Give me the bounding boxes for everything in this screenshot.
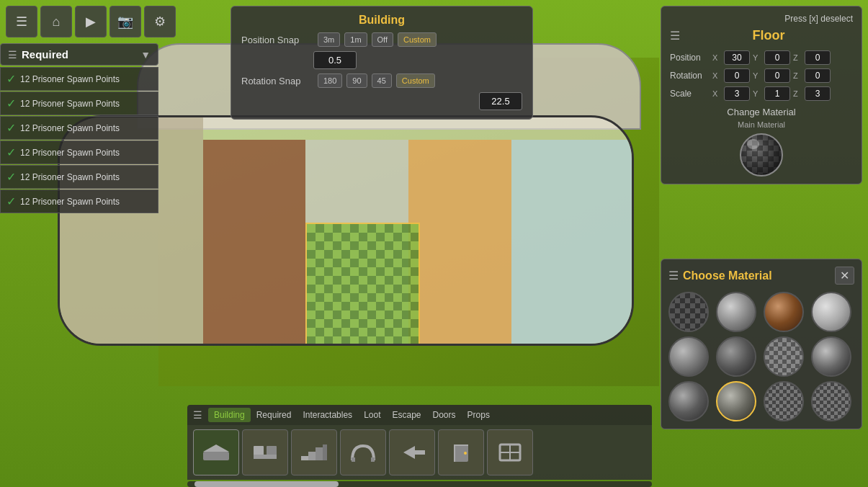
position-y-axis: Y xyxy=(753,53,761,62)
position-row: Position X 30 Y 0 Z 0 xyxy=(670,50,853,65)
svg-marker-11 xyxy=(403,446,425,459)
bottom-menu-icon[interactable]: ☰ xyxy=(193,409,202,421)
position-snap-row: Position Snap 3m 1m Off Custom xyxy=(241,32,522,47)
bottom-items xyxy=(187,425,652,480)
list-item[interactable]: ✓ 12 Prisoner Spawn Points xyxy=(0,140,158,164)
scroll-bar[interactable] xyxy=(187,481,652,487)
bottom-item-door[interactable] xyxy=(438,429,484,475)
material-item[interactable] xyxy=(764,292,804,332)
position-x-value[interactable]: 30 xyxy=(724,50,750,65)
position-prop-label: Position xyxy=(670,53,710,63)
scroll-thumb[interactable] xyxy=(194,481,339,487)
material-item[interactable] xyxy=(764,336,804,377)
top-toolbar: ☰ ⌂ ▶ 📷 ⚙ xyxy=(6,6,176,37)
tab-escape[interactable]: Escape xyxy=(386,408,426,422)
req-item-text: 12 Prisoner Spawn Points xyxy=(20,123,120,133)
list-item[interactable]: ✓ 12 Prisoner Spawn Points xyxy=(0,91,158,115)
scale-x-value[interactable]: 3 xyxy=(724,86,750,101)
main-material-sphere[interactable] xyxy=(740,133,783,177)
svg-rect-0 xyxy=(203,452,229,460)
check-icon: ✓ xyxy=(6,72,16,86)
check-icon: ✓ xyxy=(6,170,16,184)
svg-point-15 xyxy=(464,452,467,455)
material-item[interactable] xyxy=(764,381,804,421)
position-z-value[interactable]: 0 xyxy=(805,50,831,65)
rot-snap-90[interactable]: 90 xyxy=(346,73,367,88)
play-button[interactable]: ▶ xyxy=(75,6,107,37)
position-x-axis: X xyxy=(712,53,721,62)
material-item[interactable] xyxy=(668,336,709,377)
rotation-x-value[interactable]: 0 xyxy=(724,68,750,83)
check-icon: ✓ xyxy=(6,121,16,135)
list-item[interactable]: ✓ 12 Prisoner Spawn Points xyxy=(0,116,158,140)
scale-z-axis: Z xyxy=(793,89,802,98)
bottom-item-arrow[interactable] xyxy=(389,429,435,475)
required-chevron-icon: ▼ xyxy=(140,49,151,61)
list-item[interactable]: ✓ 12 Prisoner Spawn Points xyxy=(0,67,158,91)
camera-button[interactable]: 📷 xyxy=(109,6,141,37)
check-icon: ✓ xyxy=(6,146,16,159)
settings-button[interactable]: ⚙ xyxy=(144,6,176,37)
rotation-y-value[interactable]: 0 xyxy=(764,68,790,83)
pos-snap-custom[interactable]: Custom xyxy=(398,32,437,47)
svg-rect-8 xyxy=(323,444,327,460)
rot-snap-45[interactable]: 45 xyxy=(372,73,392,88)
rotation-z-value[interactable]: 0 xyxy=(805,68,831,83)
material-menu-icon: ☰ xyxy=(668,269,679,282)
material-item[interactable] xyxy=(668,292,709,332)
bottom-item-floor[interactable] xyxy=(193,429,239,475)
rotation-row: Rotation X 0 Y 0 Z 0 xyxy=(670,68,853,83)
bottom-item-arch[interactable] xyxy=(340,429,386,475)
change-material-label: Change Material xyxy=(670,107,853,117)
required-menu-icon: ☰ xyxy=(8,49,17,61)
position-y-value[interactable]: 0 xyxy=(764,50,790,65)
material-grid xyxy=(668,292,854,421)
bottom-item-wall[interactable] xyxy=(242,429,288,475)
svg-rect-9 xyxy=(352,457,355,462)
scale-z-value[interactable]: 3 xyxy=(805,86,831,101)
svg-rect-6 xyxy=(308,452,316,460)
req-item-text: 12 Prisoner Spawn Points xyxy=(20,172,120,182)
rotation-snap-value[interactable]: 22.5 xyxy=(479,92,522,110)
menu-button[interactable]: ☰ xyxy=(6,6,37,37)
scale-y-value[interactable]: 1 xyxy=(764,86,790,101)
rot-snap-180[interactable]: 180 xyxy=(318,73,342,88)
svg-rect-5 xyxy=(301,456,308,460)
tab-doors[interactable]: Doors xyxy=(427,408,462,422)
material-item[interactable] xyxy=(811,336,851,377)
req-item-text: 12 Prisoner Spawn Points xyxy=(20,99,120,109)
material-item[interactable] xyxy=(668,381,709,421)
position-snap-label: Position Snap xyxy=(241,35,313,45)
material-panel-title: Choose Material xyxy=(683,269,831,282)
svg-rect-13 xyxy=(454,444,455,462)
rot-snap-custom[interactable]: Custom xyxy=(396,73,435,88)
pos-snap-3m[interactable]: 3m xyxy=(318,32,340,47)
rotation-x-axis: X xyxy=(712,71,721,80)
list-item[interactable]: ✓ 12 Prisoner Spawn Points xyxy=(0,189,158,213)
bottom-item-stair[interactable] xyxy=(291,429,337,475)
tab-building[interactable]: Building xyxy=(208,408,251,422)
tab-loot[interactable]: Loot xyxy=(358,408,386,422)
home-button[interactable]: ⌂ xyxy=(40,6,72,37)
scale-y-axis: Y xyxy=(753,89,761,98)
list-item[interactable]: ✓ 12 Prisoner Spawn Points xyxy=(0,165,158,189)
material-item[interactable] xyxy=(716,292,756,332)
svg-rect-14 xyxy=(454,444,468,446)
tab-interactables[interactable]: Interactables xyxy=(297,408,358,422)
material-panel-close[interactable]: ✕ xyxy=(835,267,854,285)
required-header[interactable]: ☰ Required ▼ xyxy=(0,43,158,66)
pos-snap-1m[interactable]: 1m xyxy=(344,32,367,47)
tab-props[interactable]: Props xyxy=(462,408,496,422)
check-icon: ✓ xyxy=(6,195,16,208)
bottom-toolbar: ☰ Building Required Interactables Loot E… xyxy=(187,405,652,487)
bottom-item-window[interactable] xyxy=(487,429,533,475)
material-item[interactable] xyxy=(811,292,851,332)
material-item[interactable] xyxy=(811,381,851,421)
floor-panel-title: Floor xyxy=(684,28,853,43)
pos-snap-off[interactable]: Off xyxy=(372,32,393,47)
tab-required[interactable]: Required xyxy=(251,408,297,422)
position-snap-value[interactable]: 0.5 xyxy=(313,51,357,69)
material-item[interactable] xyxy=(716,336,756,377)
floor-properties-panel: Press [x] deselect ☰ Floor Position X 30… xyxy=(661,6,862,184)
material-item[interactable] xyxy=(716,381,756,421)
